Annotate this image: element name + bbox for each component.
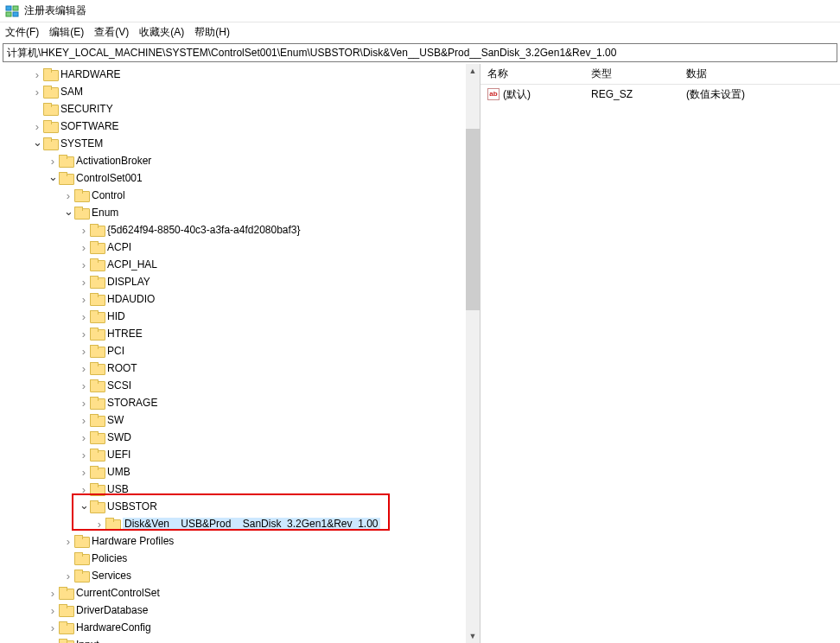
chevron-right-icon[interactable]: › (78, 241, 90, 254)
menu-view[interactable]: 查看(V) (94, 25, 129, 40)
tree-node[interactable]: ›USB (0, 481, 480, 498)
tree-node[interactable]: ›SAM (0, 83, 480, 100)
tree-node[interactable]: ›SCSI (0, 377, 480, 394)
registry-tree[interactable]: ›HARDWARE›SAMSECURITY›SOFTWARE⌄SYSTEM›Ac… (0, 64, 480, 643)
tree-node[interactable]: ›ROOT (0, 360, 480, 377)
scroll-up-icon[interactable]: ▲ (466, 64, 480, 78)
value-row[interactable]: ab(默认)REG_SZ(数值未设置) (480, 85, 840, 104)
col-header-data[interactable]: 数据 (679, 67, 840, 81)
tree-node[interactable]: ›ActivationBroker (0, 152, 480, 169)
address-bar[interactable]: 计算机\HKEY_LOCAL_MACHINE\SYSTEM\ControlSet… (3, 43, 837, 62)
chevron-right-icon[interactable]: › (47, 587, 59, 600)
tree-node[interactable]: ›SOFTWARE (0, 118, 480, 135)
content-area: ›HARDWARE›SAMSECURITY›SOFTWARE⌄SYSTEM›Ac… (0, 64, 840, 643)
svg-rect-1 (13, 6, 18, 10)
chevron-right-icon[interactable]: › (62, 189, 74, 202)
tree-node[interactable]: ›DISPLAY (0, 273, 480, 290)
tree-node[interactable]: ›UMB (0, 463, 480, 481)
chevron-right-icon[interactable]: › (78, 258, 90, 271)
folder-icon (74, 535, 88, 547)
tree-node[interactable]: ›Services (0, 567, 480, 584)
chevron-right-icon[interactable]: › (78, 466, 90, 479)
scroll-thumb[interactable] (466, 129, 480, 310)
folder-icon (90, 449, 104, 461)
tree-node[interactable]: ›SW (0, 411, 480, 429)
chevron-right-icon[interactable]: › (62, 535, 74, 548)
chevron-right-icon[interactable]: › (78, 293, 90, 306)
tree-node[interactable]: ›ACPI (0, 239, 480, 256)
tree-panel: ›HARDWARE›SAMSECURITY›SOFTWARE⌄SYSTEM›Ac… (0, 64, 480, 643)
tree-node[interactable]: ›DriverDatabase (0, 602, 480, 619)
pane-divider[interactable] (480, 64, 484, 643)
menu-help[interactable]: 帮助(H) (194, 25, 230, 40)
chevron-right-icon[interactable]: › (47, 155, 59, 168)
folder-icon (105, 518, 119, 530)
menu-file[interactable]: 文件(F) (5, 25, 39, 40)
tree-node[interactable]: Policies (0, 550, 480, 567)
folder-icon (43, 120, 57, 132)
tree-node-label: {5d624f94-8850-40c3-a3fa-a4fd2080baf3} (107, 224, 301, 236)
tree-node[interactable]: ›Control (0, 187, 480, 204)
scroll-down-icon[interactable]: ▼ (466, 629, 480, 643)
tree-node[interactable]: ›HID (0, 308, 480, 325)
folder-icon (59, 639, 73, 643)
tree-node[interactable]: ›PCI (0, 342, 480, 360)
tree-node[interactable]: ⌄USBSTOR (0, 498, 480, 515)
tree-node[interactable]: ›SWD (0, 429, 480, 446)
chevron-right-icon[interactable]: › (78, 397, 90, 410)
menu-favorites[interactable]: 收藏夹(A) (139, 25, 184, 40)
chevron-right-icon[interactable]: › (78, 224, 90, 237)
chevron-right-icon[interactable]: › (78, 449, 90, 462)
chevron-right-icon[interactable]: › (78, 362, 90, 375)
col-header-name[interactable]: 名称 (480, 67, 584, 81)
tree-node[interactable]: ›HardwareConfig (0, 619, 480, 636)
tree-node[interactable]: ›CurrentControlSet (0, 584, 480, 602)
menubar: 文件(F) 编辑(E) 查看(V) 收藏夹(A) 帮助(H) (0, 22, 840, 41)
chevron-right-icon[interactable]: › (78, 414, 90, 427)
chevron-right-icon[interactable]: › (47, 604, 59, 617)
tree-node[interactable]: ›Hardware Profiles (0, 532, 480, 550)
chevron-right-icon[interactable]: › (62, 570, 74, 583)
tree-node[interactable]: ›Input (0, 636, 480, 643)
tree-node[interactable]: ›ACPI_HAL (0, 256, 480, 273)
chevron-down-icon[interactable]: ⌄ (78, 499, 90, 512)
chevron-right-icon[interactable]: › (78, 310, 90, 323)
chevron-right-icon[interactable]: › (78, 379, 90, 392)
tree-node-label: USBSTOR (107, 500, 157, 512)
chevron-right-icon[interactable]: › (78, 328, 90, 341)
chevron-right-icon[interactable]: › (31, 120, 43, 133)
chevron-right-icon[interactable]: › (78, 345, 90, 358)
tree-node-label: ControlSet001 (76, 172, 143, 184)
tree-node[interactable]: ›UEFI (0, 446, 480, 463)
tree-node[interactable]: SECURITY (0, 100, 480, 118)
tree-node-label: ActivationBroker (76, 155, 151, 167)
tree-scrollbar[interactable]: ▲ ▼ (466, 64, 480, 643)
chevron-down-icon[interactable]: ⌄ (31, 136, 43, 149)
tree-node[interactable]: ›STORAGE (0, 394, 480, 411)
tree-node[interactable]: ›HARDWARE (0, 66, 480, 83)
chevron-down-icon[interactable]: ⌄ (47, 170, 59, 183)
folder-icon (90, 414, 104, 426)
chevron-right-icon[interactable]: › (78, 483, 90, 496)
chevron-right-icon[interactable]: › (78, 276, 90, 289)
chevron-down-icon[interactable]: ⌄ (62, 205, 74, 218)
chevron-right-icon[interactable]: › (93, 518, 105, 531)
chevron-right-icon[interactable]: › (47, 621, 59, 634)
chevron-right-icon[interactable]: › (31, 68, 43, 81)
tree-node[interactable]: ›HTREE (0, 325, 480, 342)
tree-node[interactable]: ›{5d624f94-8850-40c3-a3fa-a4fd2080baf3} (0, 221, 480, 239)
chevron-right-icon[interactable]: › (47, 639, 59, 644)
folder-icon (59, 604, 73, 616)
tree-node-label: Enum (92, 207, 118, 219)
tree-node[interactable]: ⌄SYSTEM (0, 135, 480, 152)
tree-node[interactable]: ›Disk&Ven__USB&Prod__SanDisk_3.2Gen1&Rev… (0, 515, 480, 532)
menu-edit[interactable]: 编辑(E) (49, 25, 84, 40)
chevron-right-icon[interactable]: › (31, 86, 43, 99)
tree-node[interactable]: ⌄ControlSet001 (0, 169, 480, 187)
tree-node[interactable]: ›HDAUDIO (0, 290, 480, 308)
chevron-right-icon[interactable]: › (78, 431, 90, 444)
col-header-type[interactable]: 类型 (584, 67, 679, 81)
tree-node-label: SAM (60, 86, 83, 98)
folder-icon (90, 224, 104, 236)
tree-node[interactable]: ⌄Enum (0, 204, 480, 221)
